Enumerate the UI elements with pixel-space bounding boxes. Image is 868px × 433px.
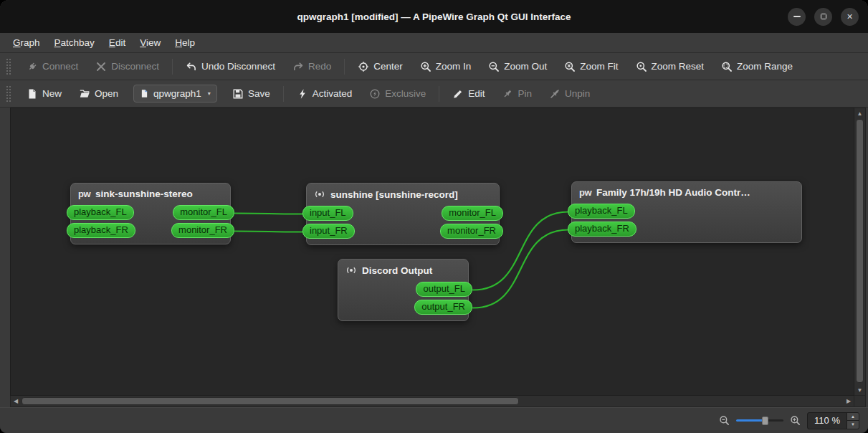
undo-icon (186, 61, 197, 72)
zoom-reset-button[interactable]: Zoom Reset (628, 57, 712, 77)
exclusive-toggle[interactable]: Exclusive (361, 84, 434, 104)
menu-edit[interactable]: Edit (102, 35, 133, 50)
node-title-bar: Discord Output (338, 264, 468, 279)
zoom-slider[interactable] (736, 415, 783, 427)
exclusive-circle-icon (369, 88, 381, 100)
open-button[interactable]: Open (71, 84, 126, 104)
zoom-out-label: Zoom Out (504, 61, 547, 72)
edit-button[interactable]: Edit (444, 84, 492, 104)
audio-output-port[interactable]: monitor_FR (171, 223, 234, 238)
audio-input-port[interactable]: playback_FL (67, 205, 134, 220)
new-button[interactable]: New (19, 84, 70, 104)
disconnect-label: Disconnect (111, 61, 159, 72)
zoom-out-icon (488, 61, 500, 72)
close-icon: × (846, 11, 852, 22)
speaker-icon (314, 189, 325, 200)
audio-output-port[interactable]: output_FL (416, 282, 472, 297)
unpin-button[interactable]: Unpin (541, 84, 598, 104)
edit-label: Edit (468, 88, 485, 99)
scroll-up-button[interactable]: ▲ (854, 108, 865, 118)
lightning-bolt-icon (297, 88, 308, 100)
audio-input-port[interactable]: input_FR (302, 224, 355, 239)
node-discord-output[interactable]: Discord Output output_FL output_FR (338, 259, 469, 321)
save-button[interactable]: Save (224, 84, 278, 104)
zoom-range-button[interactable]: Zoom Range (713, 57, 801, 77)
window-title: qpwgraph1 [modified] — A PipeWire Graph … (297, 11, 571, 22)
audio-output-port[interactable]: monitor_FL (442, 206, 503, 221)
pipewire-icon: pw (579, 187, 591, 198)
pencil-icon (452, 88, 464, 100)
graph-pane: pw sink-sunshine-stereo playback_FL moni… (0, 108, 868, 407)
zoom-in-small-icon[interactable] (790, 415, 801, 426)
audio-input-port[interactable]: playback_FR (568, 222, 636, 237)
toolbar-graph: Connect Disconnect Undo Disconnect Redo (0, 53, 868, 80)
maximize-icon (821, 14, 826, 19)
zoom-in-button[interactable]: Zoom In (412, 57, 480, 77)
audio-output-port[interactable]: monitor_FR (440, 224, 503, 239)
zoom-out-button[interactable]: Zoom Out (480, 57, 555, 77)
center-label: Center (373, 61, 403, 72)
toolbar-drag-handle[interactable] (6, 57, 11, 76)
connection-wires[interactable] (11, 108, 854, 396)
vertical-scrollbar[interactable]: ▲ ▼ (854, 108, 866, 396)
spin-buttons: ▲ ▼ (846, 413, 859, 429)
pin-icon (502, 88, 513, 100)
zoom-slider-handle[interactable] (762, 417, 768, 425)
activated-toggle[interactable]: Activated (289, 84, 361, 104)
horizontal-scrollbar-thumb[interactable] (22, 397, 519, 405)
menu-view[interactable]: View (133, 35, 168, 50)
scroll-left-button[interactable]: ◀ (11, 396, 21, 406)
scroll-down-button[interactable]: ▼ (854, 385, 865, 395)
zoom-fit-button[interactable]: Zoom Fit (556, 57, 626, 77)
vertical-scrollbar-thumb[interactable] (856, 119, 864, 383)
node-title-bar: pw Family 17h/19h HD Audio Contr… (572, 186, 801, 201)
zoom-value[interactable]: 110 % (808, 413, 846, 429)
zoom-spinbox[interactable]: 110 % ▲ ▼ (807, 412, 859, 429)
menubar: Graph Patchbay Edit View Help (0, 33, 868, 53)
new-file-icon (27, 88, 38, 100)
graph-canvas[interactable]: pw sink-sunshine-stereo playback_FL moni… (10, 108, 854, 396)
audio-input-port[interactable]: input_FL (302, 206, 353, 221)
center-button[interactable]: Center (350, 57, 411, 77)
toolbar-drag-handle[interactable] (6, 85, 11, 103)
scrollbar-corner (854, 396, 866, 407)
menu-graph[interactable]: Graph (6, 35, 47, 50)
audio-input-port[interactable]: playback_FL (568, 204, 635, 219)
scroll-right-button[interactable]: ▶ (844, 396, 854, 406)
open-label: Open (95, 88, 118, 99)
audio-output-port[interactable]: monitor_FL (173, 205, 234, 220)
pin-button[interactable]: Pin (494, 84, 540, 104)
patchbay-selector[interactable]: qpwgraph1 ▾ (133, 85, 217, 103)
zoom-out-small-icon[interactable] (719, 415, 730, 426)
close-button[interactable]: × (841, 8, 859, 26)
toolbar-patchbay: New Open qpwgraph1 ▾ Save (0, 80, 868, 108)
spin-up-button[interactable]: ▲ (847, 413, 859, 421)
minimize-button[interactable] (788, 8, 806, 26)
center-target-icon (358, 61, 369, 72)
node-title: sunshine [sunshine-record] (330, 189, 458, 200)
app-window: qpwgraph1 [modified] — A PipeWire Graph … (0, 0, 868, 433)
unpin-icon (549, 88, 561, 100)
audio-input-port[interactable]: playback_FR (67, 223, 135, 238)
disconnect-x-icon (95, 61, 107, 72)
menu-help[interactable]: Help (168, 35, 202, 50)
menu-patchbay[interactable]: Patchbay (47, 35, 102, 50)
node-title-bar: pw sink-sunshine-stereo (71, 188, 230, 202)
activated-label: Activated (313, 88, 353, 99)
minimize-icon (793, 16, 801, 17)
horizontal-scrollbar[interactable]: ◀ ▶ (10, 396, 854, 407)
node-sink-sunshine-stereo[interactable]: pw sink-sunshine-stereo playback_FL moni… (70, 183, 231, 244)
spin-down-button[interactable]: ▼ (847, 420, 859, 429)
redo-icon (292, 61, 304, 72)
disconnect-button[interactable]: Disconnect (87, 57, 167, 77)
node-sunshine[interactable]: sunshine [sunshine-record] input_FL moni… (306, 183, 500, 245)
zoom-slider-fill (736, 419, 763, 422)
undo-button[interactable]: Undo Disconnect (178, 57, 283, 77)
audio-output-port[interactable]: output_FR (414, 300, 472, 315)
node-family-hd-audio[interactable]: pw Family 17h/19h HD Audio Contr… playba… (571, 181, 802, 243)
connect-button[interactable]: Connect (19, 57, 86, 77)
maximize-button[interactable] (814, 8, 832, 26)
redo-button[interactable]: Redo (285, 57, 339, 77)
titlebar[interactable]: qpwgraph1 [modified] — A PipeWire Graph … (0, 0, 868, 33)
zoom-in-icon (420, 61, 431, 72)
